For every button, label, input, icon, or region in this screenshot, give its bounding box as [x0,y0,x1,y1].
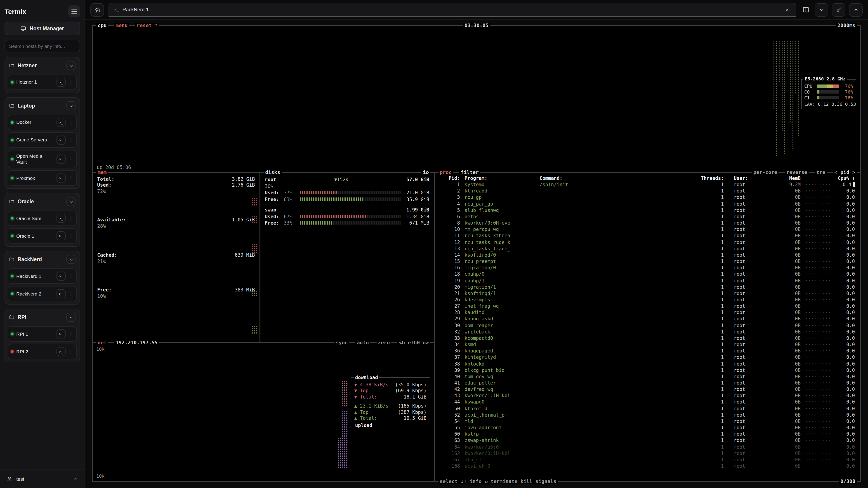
process-row[interactable]: 43kworker/1:1H-kbl1root0B···········0.0 [435,392,860,399]
process-row[interactable]: 168scsi_eh_01root0B···········0.0 [435,463,860,469]
col-program[interactable]: Program: [465,175,535,181]
process-row[interactable]: 21ksoftirqd/11root0B···········0.0 [435,290,860,296]
sidebar-footer[interactable]: test [0,469,85,488]
process-row[interactable]: 37kintegrityd1root0B···········0.0 [435,354,860,360]
col-command[interactable]: Command: [539,175,693,181]
process-row[interactable]: 32writeback1root0B···········0.0 [435,328,860,335]
process-row[interactable]: 33kcompactd01root0B···········0.0 [435,335,860,341]
process-row[interactable]: 162kworker/0:1H-kbl1root0B···········0.0 [435,450,860,456]
process-row[interactable]: 167ata_sff1root0B···········0.0 [435,456,860,463]
process-row[interactable]: 3rcu_gp1root0B···········0.0 [435,194,860,200]
process-row[interactable]: 52acpi_thermal_pm1root0B···········0.0 [435,412,860,418]
process-row[interactable]: 29khungtaskd1root0B···········0.0 [435,316,860,322]
host-item[interactable]: RackNerd 2>_⋮ [8,286,77,302]
host-item[interactable]: Docker>_⋮ [8,115,77,130]
tab-close-button[interactable]: × [784,6,791,13]
process-row[interactable]: 16migration/01root0B···········0.0 [435,264,860,271]
host-item[interactable]: Hetzner 1>_⋮ [8,74,77,90]
process-row[interactable]: 36khugepaged1root0B···········0.0 [435,348,860,354]
process-row[interactable]: 13rcu_tasks_trace_1root0B···········0.0 [435,245,860,252]
process-row[interactable]: 11rcu_tasks_kthrea1root0B···········0.0 [435,232,860,239]
host-menu-button[interactable]: ⋮ [68,291,74,297]
ssh-tools-button[interactable] [832,3,845,17]
host-terminal-button[interactable]: >_ [57,78,66,87]
host-terminal-button[interactable]: >_ [57,214,66,223]
host-terminal-button[interactable]: >_ [57,118,66,127]
process-row[interactable]: 60kstrp1root0B···········0.0 [435,431,860,437]
host-item[interactable]: RPI 1>_⋮ [8,326,77,342]
host-menu-button[interactable]: ⋮ [68,331,74,337]
host-menu-button[interactable]: ⋮ [68,137,74,143]
process-row[interactable]: 50kthrotld1root0B···········0.0 [435,405,860,412]
process-row[interactable]: 40tpm_dev_wq1root0B···········0.0 [435,373,860,380]
process-row[interactable]: 18cpuhp/01root0B···········0.0 [435,271,860,277]
col-cpu[interactable]: Cpu% ↑ [834,175,855,181]
host-terminal-button[interactable]: >_ [57,174,66,183]
process-row[interactable]: 20migration/11root0B···········0.0 [435,284,860,290]
process-row[interactable]: 64kworker/u5:01root0B···········0.0 [435,444,860,450]
host-item[interactable]: Proxmox>_⋮ [8,170,77,186]
host-terminal-button[interactable]: >_ [57,272,66,281]
group-header[interactable]: RackNerd [8,254,77,266]
process-row[interactable]: 5slub_flushwq1root0B···········0.0 [435,207,860,213]
process-row[interactable]: 42devfreq_wq1root0B···········0.0 [435,386,860,392]
group-collapse-button[interactable] [66,197,75,206]
host-item[interactable]: RPI 2>_⋮ [8,344,77,359]
col-mem[interactable]: MemB [771,175,801,181]
host-menu-button[interactable]: ⋮ [68,273,74,279]
process-row[interactable]: 2kthreadd1root0B···········0.0 [435,188,860,194]
process-row[interactable]: 1systemd/sbin/init1root9.2M···········0.… [435,181,860,188]
col-threads[interactable]: Threads: [698,175,724,181]
process-row[interactable]: 34ksmd1root0B···········0.0 [435,341,860,348]
host-item[interactable]: Game Servers>_⋮ [8,132,77,148]
host-menu-button[interactable]: ⋮ [68,175,74,181]
process-row[interactable]: 8kworker/0:0H-eve1root0B···········0.0 [435,220,860,226]
chevron-up-icon[interactable] [73,476,78,482]
process-row[interactable]: 27inet_frag_wq1root0B···········0.0 [435,303,860,309]
process-row[interactable]: 41edac-poller1root0B···········0.0 [435,380,860,386]
host-menu-button[interactable]: ⋮ [68,233,74,239]
group-collapse-button[interactable] [66,101,75,110]
host-terminal-button[interactable]: >_ [57,155,66,164]
process-row[interactable]: 63zswap-shrink1root0B···········0.0 [435,437,860,444]
process-row[interactable]: 19cpuhp/11root0B···········0.0 [435,277,860,284]
host-menu-button[interactable]: ⋮ [68,79,74,85]
process-row[interactable]: 39blkcg_punt_bio1root0B···········0.0 [435,367,860,373]
host-menu-button[interactable]: ⋮ [68,349,74,355]
menu-label[interactable]: menu [114,23,129,29]
host-item[interactable]: Open Media Vault>_⋮ [8,150,77,168]
group-header[interactable]: Laptop [8,100,77,112]
process-table-header[interactable]: Pid: Program: Command: Threads: User: Me… [435,175,860,181]
host-terminal-button[interactable]: >_ [57,232,66,240]
process-row[interactable]: 26kdevtmpfs1root0B···········0.0 [435,296,860,303]
search-input[interactable] [4,40,80,53]
group-collapse-button[interactable] [66,255,75,264]
host-terminal-button[interactable]: >_ [57,135,66,144]
group-header[interactable]: Oracle [8,196,77,208]
host-menu-button[interactable]: ⋮ [68,120,74,125]
process-row[interactable]: 12rcu_tasks_rude_k1root0B···········0.0 [435,239,860,245]
host-menu-button[interactable]: ⋮ [68,216,74,221]
host-item[interactable]: RackNerd 1>_⋮ [8,269,77,284]
col-pid[interactable]: Pid: [440,175,460,181]
process-row[interactable]: 4rcu_par_gp1root0B···········0.0 [435,200,860,207]
terminal-viewport[interactable]: cpu menu reset * 2000ms 03:30:05 [85,20,868,488]
host-manager-button[interactable]: Host Manager [4,22,80,35]
process-row[interactable]: 10mm_percpu_wq1root0B···········0.0 [435,226,860,232]
collapse-button[interactable] [815,3,828,17]
group-header[interactable]: Hetzner [8,60,77,72]
process-row[interactable]: 30oom_reaper1root0B···········0.0 [435,322,860,328]
process-row[interactable]: 44kswapd01root0B···········0.0 [435,399,860,405]
process-row[interactable]: 55ipv6_addrconf1root0B···········0.0 [435,424,860,431]
process-row[interactable]: 28kauditd1root0B···········0.0 [435,309,860,316]
host-terminal-button[interactable]: >_ [57,330,66,339]
process-row[interactable]: 38kblockd1root0B···········0.0 [435,360,860,367]
col-user[interactable]: User: [728,175,766,181]
host-menu-button[interactable]: ⋮ [68,156,74,162]
process-row[interactable]: 6netns1root0B···········0.0 [435,213,860,220]
home-button[interactable] [90,3,104,17]
split-view-icon[interactable] [801,4,811,15]
group-collapse-button[interactable] [66,61,75,70]
sidebar-menu-button[interactable] [68,5,80,17]
tab-racknerd-1[interactable]: >_ RackNerd 1 × [108,3,796,17]
